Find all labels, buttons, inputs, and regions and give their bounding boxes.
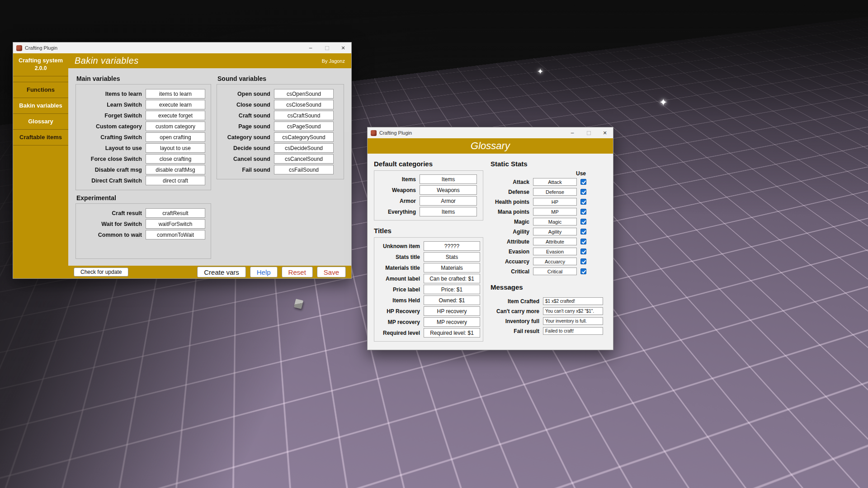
check-update-button[interactable]: Check for update xyxy=(74,267,128,277)
message-input[interactable]: Failed to craft! xyxy=(543,327,603,335)
stat-input[interactable]: Evasion xyxy=(533,248,577,255)
use-checkbox[interactable] xyxy=(580,219,586,225)
minimize-button[interactable]: – xyxy=(564,127,580,138)
use-checkbox[interactable] xyxy=(580,239,586,244)
variables-content: Main variables Items to learn items to l… xyxy=(68,68,351,266)
main-panel: Bakin variables By Jagonz Main variables… xyxy=(68,53,351,278)
sidebar: Crafting system 2.0.0 Functions Bakin va… xyxy=(13,53,68,278)
variable-label: Craft result xyxy=(80,210,142,216)
title-input[interactable]: Price: $1 xyxy=(424,285,480,294)
titlebar[interactable]: Crafting Plugin – ✕ xyxy=(13,42,351,53)
variable-input[interactable]: csFailSound xyxy=(274,165,334,174)
category-label: Items xyxy=(377,176,416,183)
use-checkbox[interactable] xyxy=(580,179,586,185)
stat-input[interactable]: Agility xyxy=(533,228,577,235)
use-checkbox[interactable] xyxy=(580,209,586,215)
variable-input[interactable]: execute forget xyxy=(146,111,205,120)
title-label: Materials title xyxy=(377,265,420,271)
title-input[interactable]: Can be crafted: $1 xyxy=(424,274,480,283)
stat-input[interactable]: Magic xyxy=(533,218,577,225)
sparkle-icon: ✦ xyxy=(537,67,543,76)
variable-row: Category sound csCategorySound xyxy=(221,132,340,142)
sidebar-item[interactable]: Functions xyxy=(13,82,68,98)
title-input[interactable]: HP recovery xyxy=(424,306,480,316)
close-button[interactable]: ✕ xyxy=(335,42,351,53)
title-input[interactable]: ????? xyxy=(424,241,480,251)
save-button[interactable]: Save xyxy=(317,267,346,277)
title-input[interactable]: Stats xyxy=(424,252,480,262)
variable-input[interactable]: close crafting xyxy=(146,154,205,164)
title-row: Unknown item ????? xyxy=(377,241,480,251)
message-input[interactable]: You can't carry x$2 "$1". xyxy=(543,307,603,315)
variable-input[interactable]: open crafting xyxy=(146,132,205,142)
maximize-button[interactable] xyxy=(580,127,597,138)
reset-button[interactable]: Reset xyxy=(282,267,313,277)
help-button[interactable]: Help xyxy=(250,267,278,277)
sidebar-item[interactable]: Bakin variables xyxy=(13,98,68,114)
variable-input[interactable]: csCloseSound xyxy=(274,100,334,109)
variable-label: Learn Switch xyxy=(80,102,142,108)
sidebar-item[interactable]: Glossary xyxy=(13,114,68,130)
page-title: Bakin variables xyxy=(75,56,139,66)
variable-input[interactable]: execute learn xyxy=(146,100,205,109)
stat-input[interactable]: HP xyxy=(533,198,577,206)
minimize-button[interactable]: – xyxy=(302,42,319,53)
variable-input[interactable]: csCategorySound xyxy=(274,132,334,142)
use-checkbox[interactable] xyxy=(580,199,586,205)
message-label: Item Crafted xyxy=(491,298,539,305)
category-label: Everything xyxy=(377,209,416,215)
variable-input[interactable]: disable craftMsg xyxy=(146,165,205,174)
stat-input[interactable]: Defense xyxy=(533,188,577,196)
variable-label: Disable craft msg xyxy=(80,167,142,173)
close-button[interactable]: ✕ xyxy=(597,127,613,138)
variable-input[interactable]: items to learn xyxy=(146,89,205,99)
title-input[interactable]: Required level: $1 xyxy=(424,328,480,338)
category-input[interactable]: Weapons xyxy=(420,185,477,195)
use-checkbox[interactable] xyxy=(580,189,586,195)
variable-input[interactable]: csOpenSound xyxy=(274,89,334,99)
title-input[interactable]: Materials xyxy=(424,263,480,272)
sidebar-item-label: Craftable items xyxy=(19,134,62,141)
variable-input[interactable]: waitForSwitch xyxy=(146,219,205,229)
use-column-header: Use xyxy=(491,170,586,177)
maximize-button[interactable] xyxy=(319,42,335,53)
plugin-icon xyxy=(371,130,377,136)
variable-input[interactable]: csCraftSound xyxy=(274,111,334,120)
variable-input[interactable]: csDecideSound xyxy=(274,143,334,153)
titlebar[interactable]: Crafting Plugin – ✕ xyxy=(368,127,613,138)
variable-label: Items to learn xyxy=(80,91,142,97)
message-input[interactable]: $1 x$2 crafted! xyxy=(543,297,603,305)
stat-row: Attribute Attribute xyxy=(491,238,586,245)
message-row: Item Crafted $1 x$2 crafted! xyxy=(491,297,607,305)
create-vars-button[interactable]: Create vars xyxy=(197,267,246,277)
stat-input[interactable]: Attack xyxy=(533,178,577,186)
stat-row: Health points HP xyxy=(491,198,586,206)
variable-input[interactable]: craftResult xyxy=(146,208,205,218)
category-input[interactable]: Items xyxy=(420,174,477,184)
use-checkbox[interactable] xyxy=(580,229,586,235)
category-row: Everything Items xyxy=(377,207,480,216)
stat-input[interactable]: Attribute xyxy=(533,238,577,245)
category-input[interactable]: Armor xyxy=(420,196,477,206)
variable-input[interactable]: layout to use xyxy=(146,143,205,153)
group-sound-variables: Sound variables Open sound csOpenSound xyxy=(217,75,344,179)
title-input[interactable]: Owned: $1 xyxy=(424,296,480,305)
variable-input[interactable]: direct craft xyxy=(146,176,205,185)
stat-input[interactable]: Critical xyxy=(533,267,577,275)
variable-input[interactable]: csCancelSound xyxy=(274,154,334,164)
stat-input[interactable]: Accuarcy xyxy=(533,258,577,265)
variable-input[interactable]: custom category xyxy=(146,122,205,131)
variable-input[interactable]: commonToWait xyxy=(146,230,205,239)
use-checkbox[interactable] xyxy=(580,258,586,264)
stat-row: Agility Agility xyxy=(491,228,586,235)
use-checkbox[interactable] xyxy=(580,249,586,254)
stat-input[interactable]: MP xyxy=(533,208,577,216)
sidebar-item[interactable]: Craftable items xyxy=(13,130,68,145)
title-input[interactable]: MP recovery xyxy=(424,317,480,327)
variable-input[interactable]: csPageSound xyxy=(274,122,334,131)
use-checkbox[interactable] xyxy=(580,268,586,274)
category-input[interactable]: Items xyxy=(420,207,477,216)
variable-label: Forget Switch xyxy=(80,113,142,119)
message-input[interactable]: Your inventory is full. xyxy=(543,317,603,325)
variable-row: Disable craft msg disable craftMsg xyxy=(80,165,207,174)
